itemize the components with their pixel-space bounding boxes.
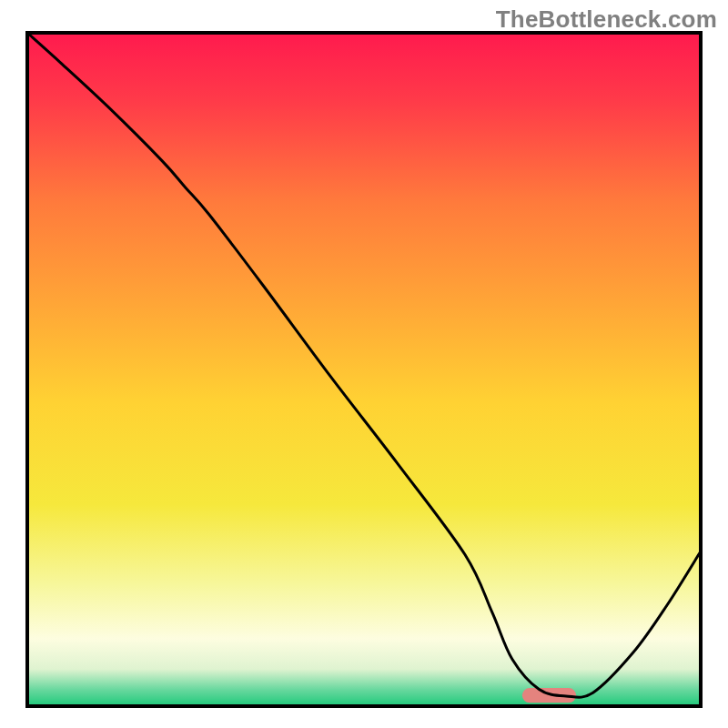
bottleneck-chart — [0, 0, 728, 728]
watermark-text: TheBottleneck.com — [496, 5, 717, 34]
chart-stage: TheBottleneck.com — [0, 0, 728, 728]
plot-background — [27, 33, 701, 706]
